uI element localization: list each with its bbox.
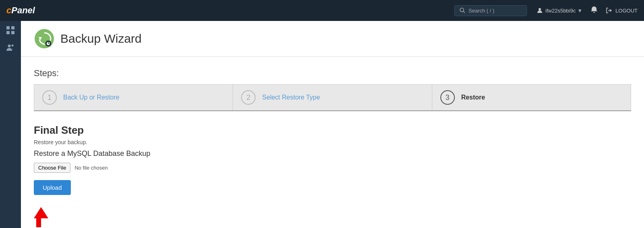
step-1: 1 Back Up or Restore <box>34 85 233 110</box>
step-1-number: 1 <box>42 90 57 105</box>
notification-bell[interactable] <box>590 6 598 15</box>
username: ifw22s5bbi9c <box>545 8 576 14</box>
step-2-number: 2 <box>241 90 256 105</box>
svg-point-7 <box>8 45 11 48</box>
backup-wizard-icon <box>34 28 55 49</box>
arrow-stem <box>36 218 41 227</box>
search-box[interactable]: Search ( / ) <box>454 5 527 16</box>
bell-icon <box>590 6 598 13</box>
main-content: Backup Wizard Steps: 1 Back Up or Restor… <box>21 21 644 228</box>
sidebar-grid-icon[interactable] <box>6 26 15 37</box>
logout-label: LOGOUT <box>615 8 638 14</box>
svg-rect-3 <box>6 26 10 29</box>
user-menu[interactable]: ifw22s5bbi9c ▼ <box>537 7 582 14</box>
step-2: 2 Select Restore Type <box>233 85 432 110</box>
svg-line-1 <box>463 11 465 13</box>
step-3-label: Restore <box>461 94 485 101</box>
page-header: Backup Wizard <box>21 21 644 57</box>
cpanel-logo: cPanel <box>6 5 35 16</box>
final-step-subtitle: Restore your backup. <box>34 139 631 145</box>
logout-icon <box>606 7 612 14</box>
page-title: Backup Wizard <box>60 32 142 46</box>
search-placeholder: Search ( / ) <box>469 8 494 14</box>
upload-button[interactable]: Upload <box>34 180 71 195</box>
step-3: 3 Restore <box>432 85 631 110</box>
user-dropdown-icon: ▼ <box>577 8 582 14</box>
no-file-text: No file chosen <box>74 165 107 171</box>
sidebar-users-icon[interactable] <box>6 43 15 54</box>
arrow-up-icon <box>34 207 48 218</box>
steps-label: Steps: <box>34 68 631 79</box>
steps-bar: 1 Back Up or Restore 2 Select Restore Ty… <box>34 84 631 111</box>
user-icon <box>537 7 543 14</box>
step-1-label: Back Up or Restore <box>63 94 120 101</box>
svg-point-8 <box>12 45 14 47</box>
logout-button[interactable]: LOGOUT <box>606 7 638 14</box>
sidebar <box>0 21 21 228</box>
content-area: Steps: 1 Back Up or Restore 2 Select Res… <box>21 57 644 228</box>
search-icon <box>460 8 465 13</box>
arrow-indicator <box>34 207 631 227</box>
final-step-title: Final Step <box>34 124 631 137</box>
layout: Backup Wizard Steps: 1 Back Up or Restor… <box>0 21 644 228</box>
step-2-label: Select Restore Type <box>262 94 320 101</box>
svg-rect-5 <box>6 31 10 34</box>
choose-file-button[interactable]: Choose File <box>34 163 70 173</box>
svg-rect-6 <box>11 31 14 34</box>
restore-type-label: Restore a MySQL Database Backup <box>34 149 631 158</box>
file-upload-row: Choose File No file chosen <box>34 163 631 173</box>
svg-rect-4 <box>11 26 14 29</box>
svg-point-2 <box>539 8 541 10</box>
topnav: cPanel Search ( / ) ifw22s5bbi9c ▼ LOGOU… <box>0 0 644 21</box>
svg-point-0 <box>460 8 464 12</box>
step-3-number: 3 <box>440 90 455 105</box>
